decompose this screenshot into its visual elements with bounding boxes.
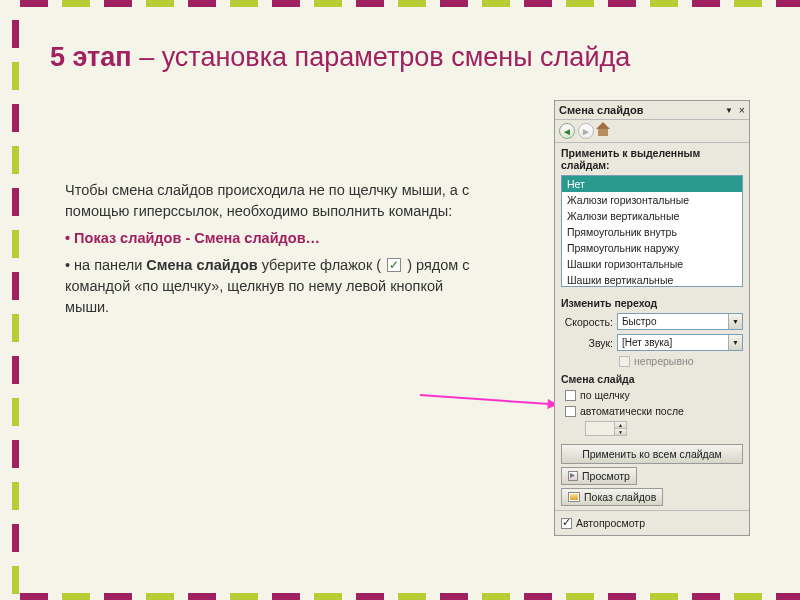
list-item[interactable]: Шашки горизонтальные [562,256,742,272]
chevron-down-icon[interactable]: ▼ [728,314,742,329]
para2-bold: Смена слайдов [146,257,257,273]
slideshow-icon [568,492,580,502]
bottom-border [20,593,800,600]
para2-a: • на панели [65,257,146,273]
section-apply: Применить к выделенным слайдам: [555,143,749,173]
pane-nav: ◄ ► [555,120,749,143]
apply-all-button[interactable]: Применить ко всем слайдам [561,444,743,464]
loop-checkbox [619,356,630,367]
bullet-command: • Показ слайдов - Смена слайдов… [65,230,320,246]
chevron-down-icon[interactable]: ▼ [728,335,742,350]
list-item[interactable]: Жалюзи вертикальные [562,208,742,224]
time-stepper[interactable]: ▲▼ [585,421,627,436]
speed-row: Скорость: Быстро ▼ [555,311,749,332]
pane-menu-icon[interactable]: ▼ [725,106,733,115]
title-rest: – установка параметров смены слайда [132,42,631,72]
body-content: Чтобы смена слайдов происходила не по ще… [65,180,475,324]
list-item[interactable]: Жалюзи горизонтальные [562,192,742,208]
close-icon[interactable]: × [739,104,745,116]
section-advance: Смена слайда [555,369,749,387]
para-intro: Чтобы смена слайдов происходила не по ще… [65,180,475,222]
top-border [20,0,800,7]
autoafter-label: автоматически после [580,405,684,417]
section-modify: Изменить переход [555,293,749,311]
preview-label: Просмотр [582,470,630,482]
sound-value: [Нет звука] [618,337,728,348]
autopreview-row: Автопросмотр [555,510,749,535]
autopreview-label: Автопросмотр [576,517,645,529]
autopreview-checkbox[interactable] [561,518,572,529]
nav-forward-icon[interactable]: ► [578,123,594,139]
slide-transition-pane: Смена слайдов ▼ × ◄ ► Применить к выделе… [554,100,750,536]
play-icon [568,471,578,481]
preview-button[interactable]: Просмотр [561,467,637,485]
list-item[interactable]: Нет [562,176,742,192]
slideshow-label: Показ слайдов [584,491,656,503]
spin-up-icon[interactable]: ▲ [615,422,626,429]
pointer-arrow [420,394,550,405]
loop-row: непрерывно [555,353,749,369]
sound-combo[interactable]: [Нет звука] ▼ [617,334,743,351]
pane-header: Смена слайдов ▼ × [555,101,749,120]
autoafter-checkbox[interactable] [565,406,576,417]
time-row: ▲▼ [555,419,749,438]
transition-listbox[interactable]: Нет Жалюзи горизонтальные Жалюзи вертика… [561,175,743,287]
list-item[interactable]: Шашки вертикальные [562,272,742,287]
para2-b: уберите флажок ( [258,257,386,273]
inline-checkbox-icon [387,258,401,272]
autoafter-row: автоматически после [555,403,749,419]
pane-title: Смена слайдов [559,104,725,116]
onclick-checkbox[interactable] [565,390,576,401]
sound-row: Звук: [Нет звука] ▼ [555,332,749,353]
onclick-row: по щелчку [555,387,749,403]
page-title: 5 этап – установка параметров смены слай… [50,42,750,73]
speed-combo[interactable]: Быстро ▼ [617,313,743,330]
onclick-label: по щелчку [580,389,630,401]
nav-home-icon[interactable] [597,124,611,138]
title-stage: 5 этап [50,42,132,72]
speed-label: Скорость: [561,316,613,328]
list-item[interactable]: Прямоугольник наружу [562,240,742,256]
left-border [12,20,19,600]
slideshow-button[interactable]: Показ слайдов [561,488,663,506]
spin-down-icon[interactable]: ▼ [615,429,626,435]
nav-back-icon[interactable]: ◄ [559,123,575,139]
list-item[interactable]: Прямоугольник внутрь [562,224,742,240]
sound-label: Звук: [561,337,613,349]
speed-value: Быстро [618,316,728,327]
loop-label: непрерывно [634,355,694,367]
